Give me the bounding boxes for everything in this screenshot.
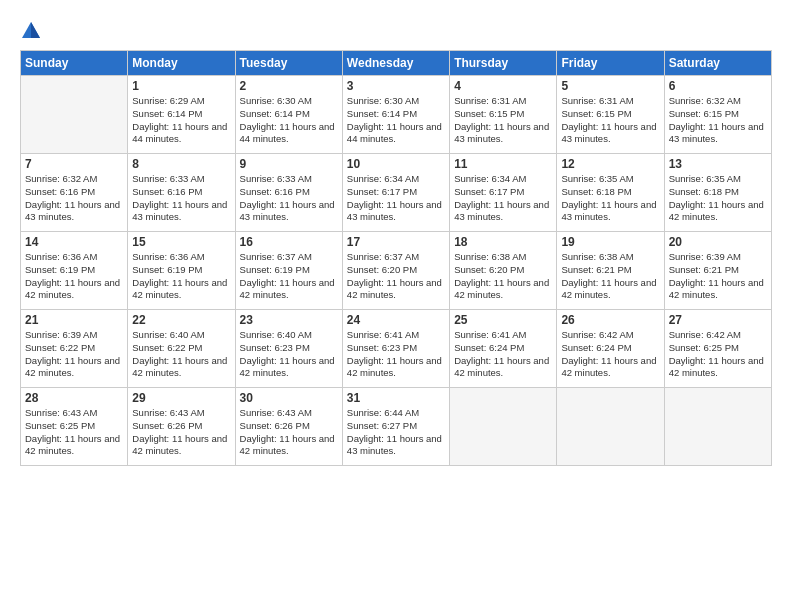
day-number: 21: [25, 313, 123, 327]
calendar-week-row: 21Sunrise: 6:39 AM Sunset: 6:22 PM Dayli…: [21, 310, 772, 388]
calendar-cell: 1Sunrise: 6:29 AM Sunset: 6:14 PM Daylig…: [128, 76, 235, 154]
calendar-cell: 30Sunrise: 6:43 AM Sunset: 6:26 PM Dayli…: [235, 388, 342, 466]
calendar-cell: 28Sunrise: 6:43 AM Sunset: 6:25 PM Dayli…: [21, 388, 128, 466]
day-info: Sunrise: 6:44 AM Sunset: 6:27 PM Dayligh…: [347, 407, 445, 458]
day-info: Sunrise: 6:40 AM Sunset: 6:22 PM Dayligh…: [132, 329, 230, 380]
day-number: 18: [454, 235, 552, 249]
calendar-cell: 7Sunrise: 6:32 AM Sunset: 6:16 PM Daylig…: [21, 154, 128, 232]
day-info: Sunrise: 6:35 AM Sunset: 6:18 PM Dayligh…: [669, 173, 767, 224]
day-info: Sunrise: 6:40 AM Sunset: 6:23 PM Dayligh…: [240, 329, 338, 380]
calendar-cell: 18Sunrise: 6:38 AM Sunset: 6:20 PM Dayli…: [450, 232, 557, 310]
day-number: 12: [561, 157, 659, 171]
calendar-cell: 2Sunrise: 6:30 AM Sunset: 6:14 PM Daylig…: [235, 76, 342, 154]
calendar-cell: 24Sunrise: 6:41 AM Sunset: 6:23 PM Dayli…: [342, 310, 449, 388]
day-number: 11: [454, 157, 552, 171]
day-number: 28: [25, 391, 123, 405]
day-number: 5: [561, 79, 659, 93]
day-number: 31: [347, 391, 445, 405]
page: SundayMondayTuesdayWednesdayThursdayFrid…: [0, 0, 792, 612]
day-info: Sunrise: 6:42 AM Sunset: 6:24 PM Dayligh…: [561, 329, 659, 380]
calendar-cell: 9Sunrise: 6:33 AM Sunset: 6:16 PM Daylig…: [235, 154, 342, 232]
day-number: 16: [240, 235, 338, 249]
day-number: 4: [454, 79, 552, 93]
calendar-cell: 25Sunrise: 6:41 AM Sunset: 6:24 PM Dayli…: [450, 310, 557, 388]
calendar-cell: 4Sunrise: 6:31 AM Sunset: 6:15 PM Daylig…: [450, 76, 557, 154]
calendar-cell: 8Sunrise: 6:33 AM Sunset: 6:16 PM Daylig…: [128, 154, 235, 232]
weekday-header: Thursday: [450, 51, 557, 76]
calendar-cell: 19Sunrise: 6:38 AM Sunset: 6:21 PM Dayli…: [557, 232, 664, 310]
day-info: Sunrise: 6:38 AM Sunset: 6:20 PM Dayligh…: [454, 251, 552, 302]
day-number: 24: [347, 313, 445, 327]
day-number: 20: [669, 235, 767, 249]
day-number: 27: [669, 313, 767, 327]
day-number: 23: [240, 313, 338, 327]
day-number: 13: [669, 157, 767, 171]
day-info: Sunrise: 6:35 AM Sunset: 6:18 PM Dayligh…: [561, 173, 659, 224]
day-info: Sunrise: 6:39 AM Sunset: 6:21 PM Dayligh…: [669, 251, 767, 302]
day-number: 22: [132, 313, 230, 327]
day-number: 14: [25, 235, 123, 249]
calendar-cell: 23Sunrise: 6:40 AM Sunset: 6:23 PM Dayli…: [235, 310, 342, 388]
day-info: Sunrise: 6:29 AM Sunset: 6:14 PM Dayligh…: [132, 95, 230, 146]
calendar-cell: 21Sunrise: 6:39 AM Sunset: 6:22 PM Dayli…: [21, 310, 128, 388]
calendar-cell: 5Sunrise: 6:31 AM Sunset: 6:15 PM Daylig…: [557, 76, 664, 154]
day-info: Sunrise: 6:31 AM Sunset: 6:15 PM Dayligh…: [561, 95, 659, 146]
day-info: Sunrise: 6:33 AM Sunset: 6:16 PM Dayligh…: [240, 173, 338, 224]
weekday-header: Sunday: [21, 51, 128, 76]
day-number: 10: [347, 157, 445, 171]
weekday-header: Friday: [557, 51, 664, 76]
day-number: 26: [561, 313, 659, 327]
day-info: Sunrise: 6:42 AM Sunset: 6:25 PM Dayligh…: [669, 329, 767, 380]
weekday-header: Saturday: [664, 51, 771, 76]
calendar-cell: 14Sunrise: 6:36 AM Sunset: 6:19 PM Dayli…: [21, 232, 128, 310]
calendar-cell: 16Sunrise: 6:37 AM Sunset: 6:19 PM Dayli…: [235, 232, 342, 310]
day-info: Sunrise: 6:43 AM Sunset: 6:25 PM Dayligh…: [25, 407, 123, 458]
weekday-header: Wednesday: [342, 51, 449, 76]
day-number: 29: [132, 391, 230, 405]
logo-icon: [20, 20, 42, 42]
calendar-cell: 17Sunrise: 6:37 AM Sunset: 6:20 PM Dayli…: [342, 232, 449, 310]
day-info: Sunrise: 6:30 AM Sunset: 6:14 PM Dayligh…: [347, 95, 445, 146]
day-info: Sunrise: 6:43 AM Sunset: 6:26 PM Dayligh…: [240, 407, 338, 458]
calendar-cell: 12Sunrise: 6:35 AM Sunset: 6:18 PM Dayli…: [557, 154, 664, 232]
logo: [20, 18, 46, 42]
calendar-cell: 11Sunrise: 6:34 AM Sunset: 6:17 PM Dayli…: [450, 154, 557, 232]
day-number: 3: [347, 79, 445, 93]
calendar-week-row: 14Sunrise: 6:36 AM Sunset: 6:19 PM Dayli…: [21, 232, 772, 310]
day-number: 9: [240, 157, 338, 171]
day-info: Sunrise: 6:34 AM Sunset: 6:17 PM Dayligh…: [454, 173, 552, 224]
calendar-cell: [557, 388, 664, 466]
day-info: Sunrise: 6:41 AM Sunset: 6:23 PM Dayligh…: [347, 329, 445, 380]
day-number: 25: [454, 313, 552, 327]
calendar-cell: 29Sunrise: 6:43 AM Sunset: 6:26 PM Dayli…: [128, 388, 235, 466]
svg-marker-1: [31, 22, 40, 38]
day-info: Sunrise: 6:33 AM Sunset: 6:16 PM Dayligh…: [132, 173, 230, 224]
calendar-cell: 3Sunrise: 6:30 AM Sunset: 6:14 PM Daylig…: [342, 76, 449, 154]
day-info: Sunrise: 6:30 AM Sunset: 6:14 PM Dayligh…: [240, 95, 338, 146]
calendar-cell: 10Sunrise: 6:34 AM Sunset: 6:17 PM Dayli…: [342, 154, 449, 232]
calendar-cell: [450, 388, 557, 466]
day-number: 8: [132, 157, 230, 171]
day-info: Sunrise: 6:43 AM Sunset: 6:26 PM Dayligh…: [132, 407, 230, 458]
calendar-cell: 15Sunrise: 6:36 AM Sunset: 6:19 PM Dayli…: [128, 232, 235, 310]
weekday-header: Monday: [128, 51, 235, 76]
day-number: 17: [347, 235, 445, 249]
weekday-header: Tuesday: [235, 51, 342, 76]
calendar-week-row: 7Sunrise: 6:32 AM Sunset: 6:16 PM Daylig…: [21, 154, 772, 232]
calendar-cell: 22Sunrise: 6:40 AM Sunset: 6:22 PM Dayli…: [128, 310, 235, 388]
day-info: Sunrise: 6:31 AM Sunset: 6:15 PM Dayligh…: [454, 95, 552, 146]
day-info: Sunrise: 6:39 AM Sunset: 6:22 PM Dayligh…: [25, 329, 123, 380]
day-info: Sunrise: 6:32 AM Sunset: 6:15 PM Dayligh…: [669, 95, 767, 146]
header: [20, 18, 772, 42]
calendar-cell: 31Sunrise: 6:44 AM Sunset: 6:27 PM Dayli…: [342, 388, 449, 466]
calendar-cell: [664, 388, 771, 466]
day-number: 6: [669, 79, 767, 93]
calendar: SundayMondayTuesdayWednesdayThursdayFrid…: [20, 50, 772, 466]
day-info: Sunrise: 6:37 AM Sunset: 6:19 PM Dayligh…: [240, 251, 338, 302]
weekday-header-row: SundayMondayTuesdayWednesdayThursdayFrid…: [21, 51, 772, 76]
calendar-cell: 13Sunrise: 6:35 AM Sunset: 6:18 PM Dayli…: [664, 154, 771, 232]
calendar-cell: 27Sunrise: 6:42 AM Sunset: 6:25 PM Dayli…: [664, 310, 771, 388]
day-number: 19: [561, 235, 659, 249]
day-info: Sunrise: 6:36 AM Sunset: 6:19 PM Dayligh…: [25, 251, 123, 302]
calendar-week-row: 1Sunrise: 6:29 AM Sunset: 6:14 PM Daylig…: [21, 76, 772, 154]
